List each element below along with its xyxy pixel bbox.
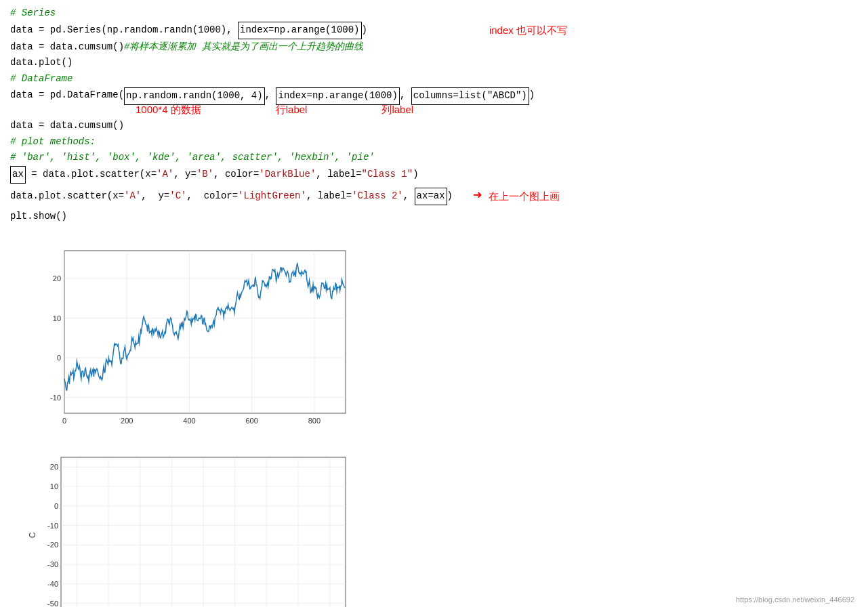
code-line-9: # 'bar', 'hist', 'box', 'kde', 'area', s… bbox=[10, 150, 858, 166]
comment-series: # Series bbox=[10, 5, 56, 22]
code-line-1: # Series bbox=[10, 5, 858, 22]
code-line-2: data = pd.Series(np.random.randn(1000), … bbox=[10, 22, 858, 39]
code-line-10: ax = data.plot.scatter(x='A', y='B', col… bbox=[10, 166, 858, 184]
annotation-draw: 在上一个图上画 bbox=[489, 188, 560, 205]
annotation-row-6: 1000*4 的数据 行label 列label bbox=[10, 104, 858, 117]
annotation-index: index 也可以不写 bbox=[489, 22, 567, 39]
scatter-chart bbox=[27, 447, 359, 607]
code-line-4: data.plot() bbox=[10, 55, 858, 71]
code-block: # Series data = pd.Series(np.random.rand… bbox=[0, 0, 868, 230]
arrow-right: ➜ bbox=[473, 184, 482, 209]
watermark: https://blog.csdn.net/weixin_446692 bbox=[736, 595, 854, 604]
charts-area bbox=[0, 230, 868, 607]
annotation-data: 1000*4 的数据 bbox=[136, 104, 201, 117]
chart1-container bbox=[27, 237, 359, 440]
chart2-container bbox=[27, 447, 359, 607]
code-line-6: data = pd.DataFrame(np.random.randn(1000… bbox=[10, 87, 858, 105]
code-line-7: data = data.cumsum() bbox=[10, 118, 858, 134]
code-line-3: data = data.cumsum() #将样本逐渐累加 其实就是为了画出一个… bbox=[10, 39, 858, 56]
line-chart bbox=[27, 237, 359, 440]
annotation-row-label: 行label bbox=[276, 104, 308, 117]
annotation-col-label: 列label bbox=[381, 104, 413, 117]
code-line-5: # DataFrame bbox=[10, 71, 858, 87]
code-line-8: # plot methods: bbox=[10, 134, 858, 150]
code-line-11: data.plot.scatter(x='A', y='C', color='L… bbox=[10, 184, 858, 209]
code-line-12: plt.show() bbox=[10, 209, 858, 225]
